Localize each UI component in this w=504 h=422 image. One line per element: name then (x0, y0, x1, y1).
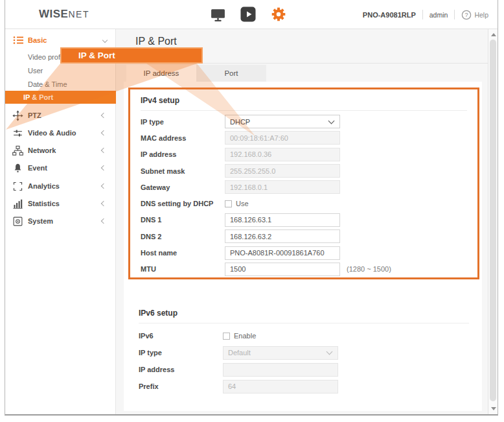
sidebar-item-label: System (28, 217, 53, 225)
dns-dhcp-use-checkbox[interactable] (225, 200, 232, 207)
screenshot-root: WISENET PNO-A9081RLP ad (0, 0, 504, 422)
divider (454, 10, 455, 19)
field-row-ip-type: IP type DHCP (141, 113, 467, 130)
wisenet-logo: WISENET (39, 8, 89, 21)
select-value: Default (223, 349, 327, 357)
chevron-left-icon (101, 201, 106, 206)
sidebar-item-label: Analytics (28, 182, 60, 190)
sidebar-item-label: Basic (28, 36, 47, 44)
sidebar-item-statistics[interactable]: Statistics (5, 197, 116, 210)
field-label: IP address (141, 150, 225, 158)
subitem-label: IP & Port (23, 93, 53, 101)
gateway-field (225, 180, 340, 194)
mtu-field[interactable] (225, 263, 340, 276)
playback-icon[interactable] (240, 6, 256, 25)
field-row-mtu: MTU (1280 ~ 1500) (141, 261, 467, 277)
field-row-dns-dhcp: DNS setting by DHCP Use (141, 195, 467, 211)
help-label: Help (474, 11, 488, 19)
logo-light: NET (68, 9, 89, 19)
ip-address-field (225, 148, 340, 161)
sidebar-item-date-time[interactable]: Date & Time (5, 78, 116, 90)
field-row-ipv6-enable: IPv6 Enable (139, 327, 469, 344)
tab-port[interactable]: Port (196, 65, 266, 82)
divider (139, 323, 469, 323)
help-button[interactable]: ? Help (461, 10, 488, 20)
live-monitor-icon[interactable] (210, 6, 226, 25)
checkbox-label: Use (236, 200, 249, 207)
sidebar-item-label: Event (28, 164, 47, 172)
ipv6-ip-address-field (223, 363, 338, 377)
svg-text:?: ? (465, 12, 468, 18)
sidebar-nav: Basic Video profile User Date & Time IP … (5, 29, 116, 414)
vertical-scrollbar[interactable] (488, 29, 498, 414)
logo-bold: WISE (39, 8, 68, 20)
section-heading-ipv6: IPv6 setup (139, 309, 469, 318)
ipv6-enable-checkbox[interactable] (223, 333, 230, 340)
ip-type-select[interactable]: DHCP (225, 115, 340, 128)
sidebar-item-network[interactable]: Network (5, 144, 116, 157)
field-row-ip-address: IP address (141, 147, 467, 163)
mtu-range-hint: (1280 ~ 1500) (347, 265, 391, 273)
field-label: DNS 1 (141, 216, 225, 224)
ipv6-section: IPv6 setup IPv6 Enable IP type (139, 309, 469, 395)
dns1-field[interactable] (225, 213, 340, 227)
network-icon (12, 145, 23, 156)
page-title: IP & Port (135, 36, 177, 47)
video-audio-icon (12, 128, 23, 139)
ipv4-highlight-box: IPv4 setup IP type DHCP (128, 88, 479, 279)
field-label: MAC address (141, 134, 225, 142)
statistics-icon (12, 198, 23, 209)
scrollbar-thumb[interactable] (490, 40, 496, 401)
chevron-left-icon (101, 148, 106, 153)
field-row-ipv6-ip-type: IP type Default (139, 344, 469, 361)
ipv6-ip-type-select: Default (223, 346, 338, 360)
sidebar-item-video-audio[interactable]: Video & Audio (5, 126, 116, 139)
field-row-gateway: Gateway (141, 179, 467, 195)
field-label: Host name (141, 249, 225, 257)
question-circle-icon: ? (461, 10, 472, 20)
sidebar-item-basic[interactable]: Basic (5, 34, 116, 47)
field-row-subnet-mask: Subnet mask (141, 163, 467, 179)
sidebar-item-analytics[interactable]: Analytics (5, 180, 116, 193)
logged-in-user: admin (430, 11, 448, 19)
chevron-left-icon (101, 130, 106, 135)
chevron-left-icon (101, 165, 106, 170)
content-card: IPv4 setup IP type DHCP (124, 82, 482, 411)
field-row-mac-address: MAC address (141, 130, 467, 146)
sidebar-item-ip-port[interactable]: IP & Port (5, 91, 116, 104)
field-label: DNS 2 (141, 233, 225, 240)
sidebar-item-label: Video & Audio (28, 129, 76, 137)
scroll-up-arrow-icon[interactable] (491, 33, 496, 36)
field-row-dns1: DNS 1 (141, 212, 467, 228)
sidebar-item-user[interactable]: User (5, 64, 116, 76)
chevron-left-icon (101, 113, 106, 118)
sidebar-item-system[interactable]: System (5, 215, 116, 228)
field-label: IP type (139, 349, 223, 357)
main-content: IP & Port IP address Port IPv4 setup IP … (116, 29, 488, 414)
field-row-ipv6-ip-address: IP address (139, 361, 469, 378)
sidebar-item-label: PTZ (28, 111, 41, 119)
top-right-group: PNO-A9081RLP admin ? Help (363, 0, 488, 29)
sidebar-item-ptz[interactable]: PTZ (5, 109, 116, 122)
tab-ip-address[interactable]: IP address (126, 65, 196, 82)
mac-address-field (225, 131, 340, 145)
sidebar-item-label: Statistics (28, 200, 60, 207)
subitem-label: Date & Time (28, 80, 67, 88)
chevron-left-icon (101, 183, 106, 189)
system-icon (12, 216, 23, 227)
subnet-mask-field (225, 164, 340, 178)
scroll-down-arrow-icon[interactable] (491, 407, 496, 410)
field-label: Gateway (141, 183, 225, 191)
host-name-field[interactable] (225, 246, 340, 260)
ipv6-prefix-field (223, 380, 338, 393)
field-label: IP type (141, 118, 225, 126)
sidebar-item-event[interactable]: Event (5, 161, 116, 174)
list-icon (12, 35, 23, 46)
sidebar-item-label: Network (28, 147, 56, 154)
ip-port-callout: IP & Port (60, 47, 203, 64)
ptz-icon (12, 110, 23, 121)
settings-gear-icon[interactable] (270, 6, 287, 25)
event-icon (12, 163, 23, 174)
subitem-label: User (28, 67, 43, 75)
dns2-field[interactable] (225, 229, 340, 243)
